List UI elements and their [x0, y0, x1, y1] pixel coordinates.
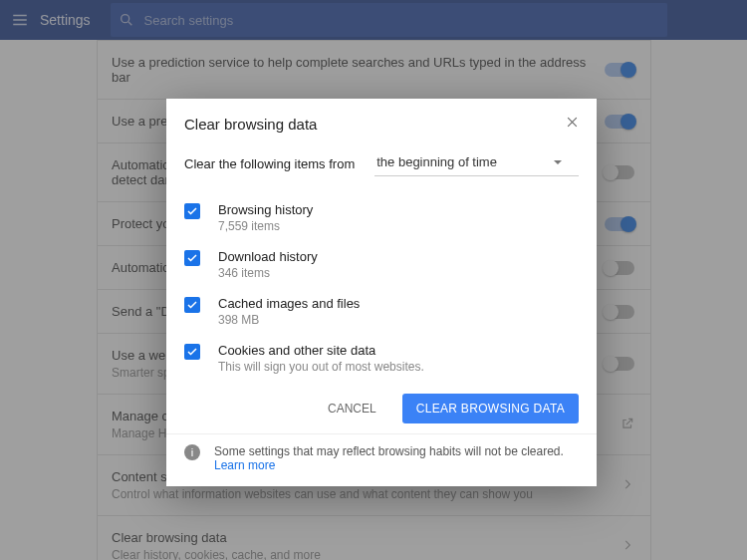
dialog-header: Clear browsing data: [166, 99, 597, 140]
dialog-items: Browsing history7,559 itemsDownload hist…: [184, 194, 579, 384]
dialog-footer: i Some settings that may reflect browsin…: [166, 433, 597, 486]
clear-browsing-data-button[interactable]: CLEAR BROWSING DATA: [402, 394, 579, 423]
item-sublabel: 398 MB: [218, 313, 360, 327]
item-sublabel: This will sign you out of most websites.: [218, 360, 424, 374]
time-range-select[interactable]: the beginning of time: [374, 150, 579, 176]
clear-data-item: Cached images and files398 MB: [184, 288, 579, 335]
time-range-value: the beginning of time: [376, 154, 497, 169]
info-icon: i: [184, 444, 200, 460]
dialog-actions: CANCEL CLEAR BROWSING DATA: [166, 384, 597, 433]
clear-data-item: Cookies and other site dataThis will sig…: [184, 335, 579, 382]
clear-data-item: Download history346 items: [184, 241, 579, 288]
time-range-label: Clear the following items from: [184, 156, 355, 171]
cancel-button[interactable]: CANCEL: [314, 394, 390, 423]
close-icon: [566, 116, 579, 129]
dialog-body: Clear the following items from the begin…: [166, 140, 597, 384]
item-label: Cookies and other site data: [218, 343, 424, 358]
dialog-title: Clear browsing data: [184, 116, 566, 133]
checkbox[interactable]: [184, 203, 200, 219]
item-sublabel: 7,559 items: [218, 219, 313, 233]
dialog-footer-text: Some settings that may reflect browsing …: [214, 444, 579, 472]
item-label: Cached images and files: [218, 296, 360, 311]
checkbox[interactable]: [184, 250, 200, 266]
clear-data-item: Browsing history7,559 items: [184, 194, 579, 241]
checkbox[interactable]: [184, 297, 200, 313]
checkbox[interactable]: [184, 344, 200, 360]
item-sublabel: 346 items: [218, 266, 318, 280]
learn-more-link[interactable]: Learn more: [214, 458, 275, 472]
clear-browsing-data-dialog: Clear browsing data Clear the following …: [166, 99, 597, 486]
item-label: Browsing history: [218, 202, 313, 217]
item-label: Download history: [218, 249, 318, 264]
close-button[interactable]: [566, 115, 579, 133]
time-range-row: Clear the following items from the begin…: [184, 150, 579, 176]
chevron-down-icon: [553, 157, 563, 167]
